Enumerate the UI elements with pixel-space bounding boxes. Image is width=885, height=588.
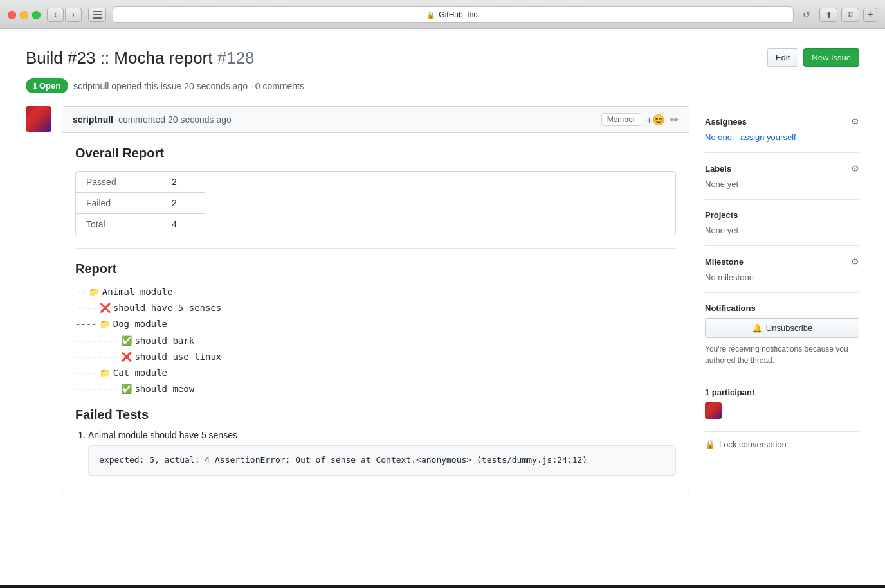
failed-test-label: Animal module should have 5 senses: [88, 430, 237, 440]
overall-report-title: Overall Report: [75, 146, 676, 161]
milestone-gear-icon[interactable]: ⚙: [851, 256, 859, 267]
tree-icon: ✅: [121, 333, 132, 349]
list-item: ----📁Cat module: [75, 365, 676, 381]
code-block: expected: 5, actual: 4 AssertionError: O…: [88, 445, 676, 476]
participant-avatar: [705, 402, 722, 419]
tree-prefix: --------: [75, 381, 118, 397]
list-item: --------✅should meow: [75, 381, 676, 397]
labels-header: Labels ⚙: [705, 163, 859, 174]
tree-icon: ❌: [121, 349, 132, 365]
projects-title: Projects: [705, 210, 738, 220]
issue-number: #128: [217, 48, 255, 67]
emoji-icon[interactable]: +😊: [646, 114, 665, 126]
status-bar: ℹ Open scriptnull opened this issue 20 s…: [26, 78, 859, 93]
issue-layout: scriptnull commented 20 seconds ago Memb…: [26, 106, 859, 494]
status-badge: ℹ Open: [26, 78, 68, 93]
sidebar-toggle[interactable]: [88, 8, 106, 22]
nav-buttons: ‹ ›: [47, 8, 82, 22]
issue-main: scriptnull commented 20 seconds ago Memb…: [26, 106, 689, 494]
report-title: Report: [75, 262, 676, 276]
page-title: Build #23 :: Mocha report #128: [26, 48, 255, 68]
tree-label: should have 5 senses: [113, 300, 222, 316]
traffic-lights: [8, 11, 41, 19]
notifications-title: Notifications: [705, 303, 756, 313]
sidebar-milestone: Milestone ⚙ No milestone: [705, 246, 859, 293]
comment-body: Overall Report Passed2Failed2Total4 Repo…: [62, 133, 689, 494]
toolbar-right: ⬆ ⧉ +: [819, 8, 877, 22]
svg-rect-0: [93, 11, 102, 12]
participants-count: 1 participant: [705, 388, 859, 397]
lock-conversation[interactable]: 🔒 Lock conversation: [705, 432, 859, 449]
tree-prefix: ----: [75, 316, 97, 332]
tree-prefix: --: [75, 284, 86, 300]
reload-button[interactable]: ↺: [800, 10, 813, 20]
tree-label: should bark: [134, 333, 194, 349]
list-item: ----📁Dog module: [75, 316, 676, 332]
tree-label: should meow: [134, 381, 194, 397]
assignees-title: Assignees: [705, 117, 747, 127]
milestone-header: Milestone ⚙: [705, 256, 859, 267]
tree-icon: ✅: [121, 381, 132, 397]
address-bar[interactable]: 🔒 GitHub, Inc.: [113, 6, 794, 23]
sidebar-assignees: Assignees ⚙ No one—assign yourself: [705, 106, 859, 153]
sidebar-labels: Labels ⚙ None yet: [705, 153, 859, 200]
tree-label: Cat module: [113, 365, 167, 381]
page-header: Build #23 :: Mocha report #128 Edit New …: [26, 48, 859, 68]
comment-meta: scriptnull commented 20 seconds ago: [73, 114, 232, 125]
notifications-header: Notifications: [705, 303, 859, 313]
maximize-button[interactable]: [32, 11, 41, 19]
back-button[interactable]: ‹: [47, 8, 64, 22]
list-item: Animal module should have 5 sensesexpect…: [88, 430, 676, 476]
table-cell-label: Passed: [76, 172, 161, 193]
tree-label: Animal module: [102, 284, 173, 300]
report-tree: --📁Animal module----❌should have 5 sense…: [75, 284, 676, 397]
header-buttons: Edit New Issue: [767, 48, 859, 67]
list-item: --📁Animal module: [75, 284, 676, 300]
tree-icon: 📁: [100, 365, 111, 381]
edit-button[interactable]: Edit: [767, 48, 798, 67]
svg-rect-1: [93, 14, 102, 15]
tree-label: should use linux: [134, 349, 221, 365]
edit-icon[interactable]: ✏: [670, 114, 679, 126]
failed-list: Animal module should have 5 sensesexpect…: [75, 430, 676, 476]
role-badge: Member: [601, 113, 641, 126]
main-content: Build #23 :: Mocha report #128 Edit New …: [0, 29, 885, 585]
lock-label: Lock conversation: [719, 440, 787, 449]
divider: [75, 248, 676, 249]
sidebar-participants: 1 participant: [705, 377, 859, 432]
tree-icon: ❌: [100, 300, 111, 316]
sidebar-projects: Projects None yet: [705, 200, 859, 246]
comment-time: commented 20 seconds ago: [118, 114, 232, 125]
projects-value: None yet: [705, 226, 738, 235]
sidebar: Assignees ⚙ No one—assign yourself Label…: [705, 106, 859, 449]
close-button[interactable]: [8, 11, 16, 19]
unsubscribe-button[interactable]: 🔔 Unsubscribe: [705, 318, 859, 338]
assign-yourself-link[interactable]: No one—assign yourself: [705, 132, 796, 142]
tree-prefix: ----: [75, 300, 97, 316]
lock-icon: 🔒: [705, 440, 715, 449]
share-icon[interactable]: ⬆: [819, 8, 837, 22]
browser-chrome: ‹ › 🔒 GitHub, Inc. ↺ ⬆ ⧉ +: [0, 0, 885, 29]
avatar: [26, 106, 51, 132]
list-item: ----❌should have 5 senses: [75, 300, 676, 316]
list-item: --------❌should use linux: [75, 349, 676, 365]
tree-icon: 📁: [100, 316, 111, 332]
tree-prefix: --------: [75, 333, 118, 349]
new-tab-button[interactable]: +: [863, 8, 877, 22]
comment-actions: Member +😊 ✏: [601, 113, 679, 126]
new-issue-button[interactable]: New Issue: [803, 48, 859, 67]
bell-icon: 🔔: [752, 323, 762, 333]
table-row: Passed2: [76, 172, 205, 193]
table-cell-value: 2: [161, 193, 205, 214]
table-cell-value: 2: [161, 172, 205, 193]
list-item: --------✅should bark: [75, 333, 676, 349]
comment-header: scriptnull commented 20 seconds ago Memb…: [62, 107, 689, 133]
tabs-icon[interactable]: ⧉: [841, 8, 859, 22]
labels-gear-icon[interactable]: ⚙: [851, 163, 859, 174]
projects-header: Projects: [705, 210, 859, 220]
labels-value: None yet: [705, 179, 738, 189]
assignees-gear-icon[interactable]: ⚙: [851, 116, 859, 127]
minimize-button[interactable]: [20, 11, 28, 19]
forward-button[interactable]: ›: [65, 8, 82, 22]
lock-icon: 🔒: [426, 11, 435, 19]
